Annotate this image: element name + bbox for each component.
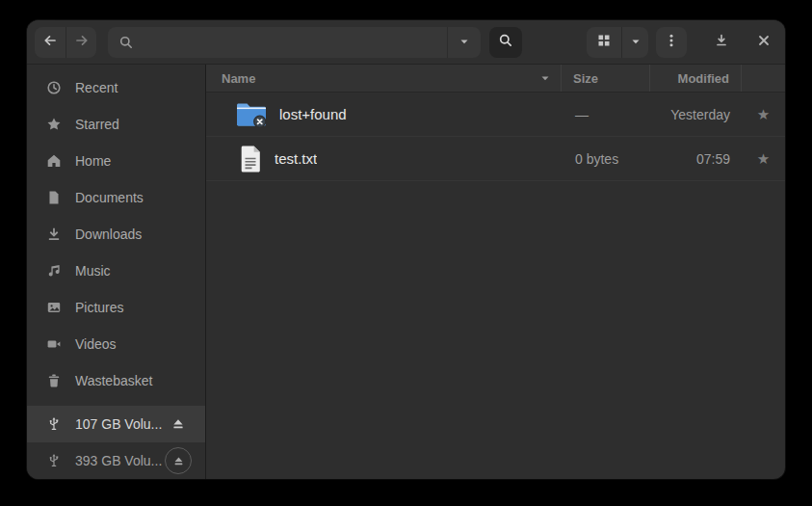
sidebar-item-downloads[interactable]: Downloads xyxy=(27,216,205,253)
sidebar-item-label: Downloads xyxy=(75,226,142,242)
close-icon xyxy=(757,34,771,51)
headerbar xyxy=(27,20,785,65)
close-button[interactable] xyxy=(750,29,777,56)
sidebar-item-label: Home xyxy=(75,153,111,169)
sort-descending-icon xyxy=(539,72,551,84)
search-toggle-button[interactable] xyxy=(489,27,522,58)
sidebar-item-wastebasket[interactable]: Wastebasket xyxy=(27,362,205,399)
file-modified: Yesterday xyxy=(651,107,742,122)
folder-no-access-icon xyxy=(222,101,268,128)
sidebar-item-label: Videos xyxy=(75,336,117,352)
search-input[interactable] xyxy=(142,35,447,50)
search-icon xyxy=(118,35,134,50)
column-size-label: Size xyxy=(573,71,598,86)
kebab-menu-icon xyxy=(664,33,679,52)
sidebar-item-label: Recent xyxy=(75,80,118,95)
documents-icon xyxy=(46,190,62,205)
sidebar-volume-107gb[interactable]: 107 GB Volu... xyxy=(27,406,205,442)
home-icon xyxy=(46,153,62,169)
recent-icon xyxy=(46,80,62,95)
file-name: test.txt xyxy=(275,150,317,167)
usb-drive-icon xyxy=(46,453,62,468)
list-header: Name Size Modified xyxy=(206,65,785,93)
desktop-background: Recent Starred Home xyxy=(0,0,812,506)
wastebasket-icon xyxy=(46,373,62,388)
forward-button[interactable] xyxy=(65,27,96,58)
navigation-buttons xyxy=(35,27,96,58)
back-arrow-icon xyxy=(42,33,58,52)
sidebar-item-label: Wastebasket xyxy=(75,373,152,388)
sidebar-item-music[interactable]: Music xyxy=(27,253,205,289)
sidebar-item-documents[interactable]: Documents xyxy=(27,179,205,216)
column-separator xyxy=(741,65,742,92)
search-entry[interactable] xyxy=(108,27,481,58)
sidebar-item-label: Starred xyxy=(75,117,119,132)
sidebar-item-starred[interactable]: Starred xyxy=(27,106,205,143)
files-window: Recent Starred Home xyxy=(27,20,785,479)
sidebar-item-label: Music xyxy=(75,263,111,279)
back-button[interactable] xyxy=(35,27,65,58)
sidebar-item-label: Documents xyxy=(75,190,144,205)
sidebar: Recent Starred Home xyxy=(27,65,206,479)
file-list-pane: Name Size Modified xyxy=(206,65,785,479)
search-icon xyxy=(498,33,513,52)
column-header-size[interactable]: Size xyxy=(562,71,649,86)
sidebar-item-videos[interactable]: Videos xyxy=(27,326,205,362)
column-header-modified[interactable]: Modified xyxy=(650,71,741,86)
pictures-icon xyxy=(46,300,62,315)
file-size: 0 bytes xyxy=(563,151,651,167)
grid-view-button[interactable] xyxy=(587,27,621,58)
volume-label: 107 GB Volu... xyxy=(75,416,165,432)
downloads-icon xyxy=(46,226,62,242)
sidebar-item-label: Pictures xyxy=(75,300,124,315)
file-size: — xyxy=(563,107,651,122)
sidebar-volume-393gb[interactable]: 393 GB Volu... xyxy=(27,442,205,479)
star-button[interactable]: ★ xyxy=(742,106,785,123)
file-row-test-txt[interactable]: test.txt 0 bytes 07:59 ★ xyxy=(206,137,785,181)
chevron-down-icon xyxy=(630,34,642,51)
file-rows: lost+found — Yesterday ★ xyxy=(206,93,785,479)
volume-label: 393 GB Volu... xyxy=(75,453,165,468)
usb-drive-icon xyxy=(46,416,62,432)
minimize-icon xyxy=(714,33,729,52)
minimize-button[interactable] xyxy=(708,29,735,56)
search-options-dropdown[interactable] xyxy=(447,27,481,58)
view-options-dropdown[interactable] xyxy=(621,27,648,58)
eject-button[interactable] xyxy=(165,411,192,438)
eject-button[interactable] xyxy=(165,447,192,474)
starred-icon xyxy=(46,117,62,132)
sidebar-item-pictures[interactable]: Pictures xyxy=(27,289,205,326)
sidebar-volumes: 107 GB Volu... 393 GB Volu... xyxy=(27,406,205,479)
text-file-icon xyxy=(222,145,263,173)
music-icon xyxy=(46,263,62,279)
grid-view-icon xyxy=(596,33,612,52)
file-name: lost+found xyxy=(279,106,347,122)
sidebar-item-recent[interactable]: Recent xyxy=(27,69,205,106)
view-mode-split-button xyxy=(587,27,648,58)
file-row-lost-found[interactable]: lost+found — Yesterday ★ xyxy=(206,93,785,137)
column-name-label: Name xyxy=(222,71,255,86)
videos-icon xyxy=(46,336,62,352)
main-menu-button[interactable] xyxy=(656,27,687,58)
column-modified-label: Modified xyxy=(678,71,729,86)
file-modified: 07:59 xyxy=(651,151,742,167)
sidebar-item-home[interactable]: Home xyxy=(27,143,205,179)
column-header-name[interactable]: Name xyxy=(206,71,561,86)
forward-arrow-icon xyxy=(74,33,90,52)
chevron-down-icon xyxy=(458,34,470,51)
star-button[interactable]: ★ xyxy=(742,150,785,168)
